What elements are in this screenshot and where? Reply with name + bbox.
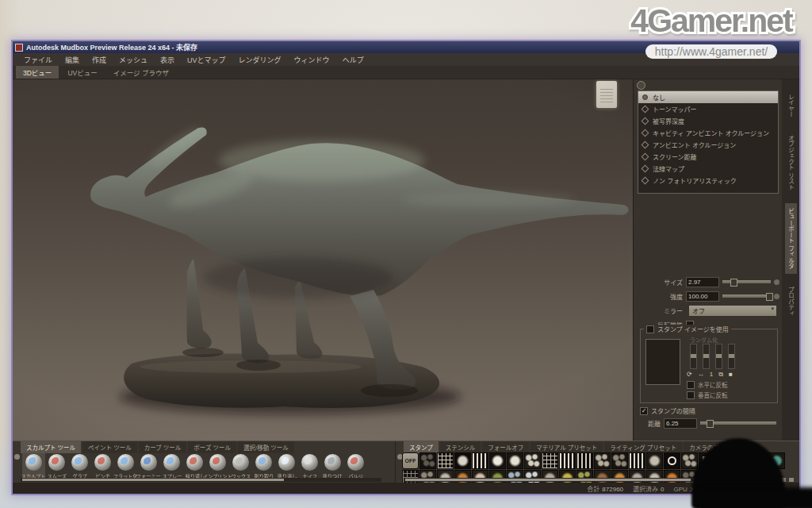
view-tab[interactable]: UVビュー	[60, 66, 104, 79]
tool-tray-tab[interactable]: 選択/移動 ツール	[238, 441, 294, 453]
strength-slider[interactable]	[722, 294, 771, 298]
stamp-thumbnail-cellular[interactable]	[681, 452, 698, 469]
stamp-tray-tab[interactable]: マテリアル プリセット	[530, 441, 603, 453]
stop-icon[interactable]: ■	[729, 371, 733, 379]
filter-radio-icon	[642, 165, 649, 173]
distance-slider[interactable]	[700, 421, 776, 425]
note-page-icon[interactable]	[596, 81, 617, 108]
stamp-thumbnail-speckle[interactable]	[524, 452, 541, 469]
filter-row[interactable]: スクリーン距離	[638, 151, 778, 163]
tool-button[interactable]: バルジ	[344, 453, 367, 479]
stamp-tray-tab[interactable]: ライティング プリセット	[604, 441, 682, 453]
size-value-field[interactable]: 2.97	[686, 277, 719, 287]
watermark-logo-text: 4Gamer.net	[630, 2, 794, 39]
tool-button[interactable]: ナイフ	[298, 453, 321, 479]
flip-vertical-checkbox[interactable]	[687, 391, 695, 399]
menu-item[interactable]: ヘルプ	[336, 54, 370, 66]
tool-button[interactable]: グラブ	[68, 453, 91, 479]
stamp-off-button[interactable]: OFF	[402, 452, 419, 469]
menu-item[interactable]: ファイル	[17, 54, 59, 66]
filter-row[interactable]: 法線マップ	[638, 163, 778, 175]
tool-button[interactable]: インプリント	[206, 453, 229, 479]
tool-button[interactable]: ワックス	[229, 453, 252, 479]
stamp-tray-tab[interactable]: スタンプ	[404, 441, 439, 453]
random-slider[interactable]	[703, 344, 710, 369]
tool-button[interactable]: ピンチ	[91, 453, 114, 479]
stamp-thumbnail-vertical-bars[interactable]	[576, 452, 593, 469]
view-tab[interactable]: 3Dビュー	[16, 66, 59, 79]
tool-button[interactable]: フォーミー	[137, 453, 160, 479]
stamp-thumbnail-white-splat[interactable]	[489, 452, 506, 469]
stamp-thumbnail-crescent[interactable]	[664, 452, 680, 469]
strength-property-row: 強度 100.00	[637, 291, 779, 302]
distance-value-field[interactable]: 6.25	[664, 418, 697, 429]
tile-icon[interactable]: ⧉	[718, 371, 723, 379]
size-slider[interactable]	[722, 280, 771, 283]
view-tab[interactable]: イメージ ブラウザ	[106, 66, 176, 79]
filter-row[interactable]: ノン フォトリアリスティック	[638, 175, 778, 187]
use-stamp-checkbox[interactable]	[646, 325, 654, 333]
east-tray-tab[interactable]: オブジェクト リスト	[785, 130, 797, 195]
scroll-right-arrow-icon[interactable]	[789, 478, 794, 482]
strength-label: 強度	[637, 292, 686, 301]
east-tray-tab[interactable]: ビューポート フィルタ	[785, 203, 797, 274]
tool-tray-scrollbar[interactable]	[21, 478, 381, 482]
tool-tray-tab[interactable]: スカルプト ツール	[21, 441, 81, 453]
stamp-thumbnail-thin-bars[interactable]	[629, 452, 645, 469]
strength-value-field[interactable]: 100.00	[686, 291, 719, 302]
watermark-logo: 4Gamer.net	[612, 0, 810, 41]
strength-reset-knob-icon[interactable]	[774, 294, 779, 299]
filter-row[interactable]: なし	[638, 91, 778, 103]
tool-button[interactable]: 塗りつけ	[321, 453, 344, 479]
tool-tray-tab[interactable]: ペイント ツール	[82, 441, 137, 453]
filter-row[interactable]: アンビエント オクルージョン	[638, 139, 778, 151]
menu-item[interactable]: 表示	[154, 54, 181, 66]
refresh-icon[interactable]: ⟳	[687, 371, 692, 379]
flip-arrows-icon[interactable]: ↔	[698, 371, 704, 379]
viewport-3d[interactable]	[13, 79, 633, 441]
east-tray-tab[interactable]: レイヤー	[785, 89, 797, 122]
stamp-tray-tab[interactable]: フォールオフ	[482, 441, 529, 453]
filter-row[interactable]: トーンマッパー	[638, 103, 778, 115]
east-tray-tab[interactable]: プロパティ	[785, 282, 797, 321]
stamp-thumbnail-rock-cluster[interactable]	[594, 452, 611, 469]
flip-horizontal-checkbox[interactable]	[687, 381, 695, 389]
tool-button[interactable]: スムーズ	[45, 453, 68, 479]
stamp-thumbnail-dot-rings[interactable]	[611, 452, 628, 469]
stamp-thumbnail-scratch[interactable]	[559, 452, 576, 469]
stamp-thumbnail-crosshatch[interactable]	[542, 452, 558, 469]
tool-tray-tab[interactable]: ポーズ ツール	[188, 441, 236, 453]
menu-item[interactable]: UVとマップ	[181, 54, 232, 66]
mirror-dropdown[interactable]: オフ	[689, 306, 776, 316]
stamp-spacing-checkbox[interactable]: ✓	[640, 407, 648, 415]
random-slider[interactable]	[715, 344, 722, 369]
stamp-thumbnail-grid-pattern[interactable]	[437, 452, 454, 469]
watermark-url: http://www.4gamer.net/	[645, 44, 777, 59]
single-icon[interactable]: 1	[710, 371, 713, 379]
stamp-thumbnail-diamond[interactable]	[454, 452, 471, 469]
tool-button[interactable]: フラット化	[114, 453, 137, 479]
menu-item[interactable]: 編集	[59, 54, 86, 66]
stamp-thumbnail-blotch[interactable]	[646, 452, 663, 469]
random-slider[interactable]	[690, 344, 697, 369]
tool-button[interactable]: 削り取り	[252, 453, 275, 479]
tray-knob-icon[interactable]	[14, 454, 20, 460]
stamp-thumbnail-mountain[interactable]	[507, 452, 523, 469]
filter-header-icon[interactable]	[637, 81, 645, 90]
menu-item[interactable]: レンダリング	[232, 54, 288, 66]
filter-row[interactable]: 被写界深度	[638, 115, 778, 127]
tool-tray-tab[interactable]: カーブ ツール	[139, 441, 187, 453]
stamp-tray-tab[interactable]: ステンシル	[440, 441, 481, 453]
menu-item[interactable]: ウィンドウ	[288, 54, 336, 66]
menu-item[interactable]: 作成	[86, 54, 113, 66]
size-reset-knob-icon[interactable]	[774, 279, 779, 285]
filter-row[interactable]: キャビティ アンビエント オクルージョン	[638, 127, 778, 139]
stamp-preview-box[interactable]	[645, 339, 680, 385]
menu-item[interactable]: メッシュ	[113, 54, 154, 66]
random-slider[interactable]	[728, 344, 735, 369]
tool-button[interactable]: スプレー	[160, 453, 183, 479]
tool-button[interactable]: 塗り潰し	[275, 453, 298, 479]
stamp-thumbnail-stripes[interactable]	[472, 452, 488, 469]
stamp-thumbnail-dark-noise[interactable]	[419, 452, 436, 469]
tool-button[interactable]: スカルプト	[22, 453, 45, 479]
